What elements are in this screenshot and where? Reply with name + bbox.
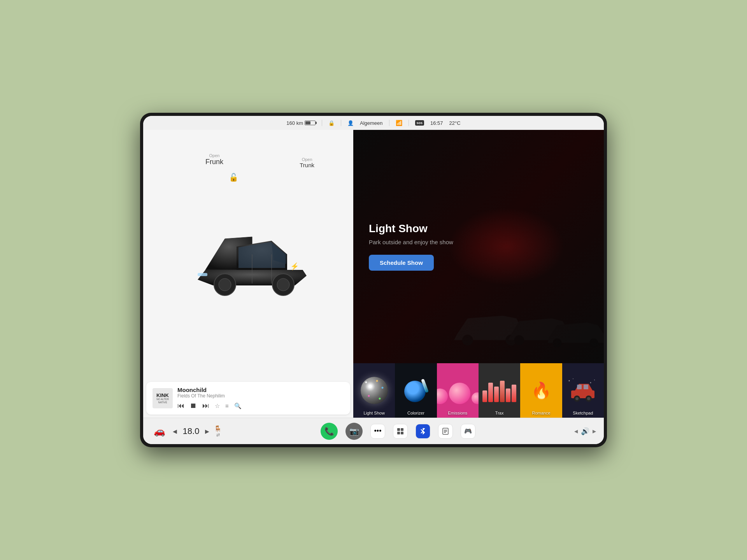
equalizer-button[interactable]: ≡ (225, 402, 229, 409)
search-button[interactable]: 🔍 (234, 402, 242, 410)
battery-indicator: 160 km (286, 120, 316, 126)
romance-visual: 🔥 (528, 377, 555, 404)
notes-button[interactable] (438, 424, 453, 439)
phone-button[interactable]: 📞 (321, 423, 338, 440)
time-display: 16:57 (430, 120, 443, 126)
battery-fill (305, 121, 310, 124)
prev-button[interactable]: ⏮ (177, 402, 184, 410)
next-button[interactable]: ⏭ (202, 402, 209, 410)
temperature-display: 22°C (449, 120, 461, 126)
charge-icon: ⚡ (290, 262, 299, 271)
trax-bg (479, 363, 520, 418)
profile-name: Algemeen (360, 120, 383, 126)
temp-decrease-button[interactable]: ◀ (173, 428, 177, 434)
trunk-label-group: Open Trunk (300, 157, 314, 168)
trax-bar-4 (500, 381, 505, 402)
colorizer-visual (402, 377, 430, 404)
app-tile-trax[interactable]: Trax (479, 363, 520, 418)
stop-button[interactable]: ⏹ (190, 402, 197, 410)
radio-station-logo: KINK NO ALTERNATIVE (153, 388, 173, 408)
volume-icon: 🔊 (581, 427, 589, 436)
svg-rect-24 (397, 428, 400, 431)
apps-button[interactable] (393, 424, 408, 439)
seat-icon: 🪑 (214, 425, 222, 432)
music-controls: ⏮ ⏹ ⏭ ☆ ≡ 🔍 (177, 402, 344, 410)
svg-point-11 (553, 338, 561, 347)
trunk-label-text: Trunk (300, 162, 314, 168)
more-button[interactable]: ••• (370, 424, 385, 439)
emissions-visual (437, 377, 479, 404)
favorite-button[interactable]: ☆ (215, 402, 220, 410)
bg-cars-svg (449, 286, 604, 363)
main-content: Open Frunk 🔓 Open Trunk (143, 130, 604, 418)
taskbar-left: 🚗 ◀ 18.0 ▶ 🪑 ⇄ (151, 423, 222, 440)
frunk-open-text: Open (205, 153, 223, 158)
app-tile-sketchpad[interactable]: Sketchpad (562, 363, 604, 418)
svg-point-19 (587, 397, 590, 400)
app-tile-emissions[interactable]: Emissions (437, 363, 479, 418)
song-artist: Fields Of The Nephilim (177, 393, 344, 399)
status-sep-1 (322, 120, 322, 126)
disco-ball-icon (361, 377, 388, 404)
camera-button[interactable]: 📷 (345, 423, 363, 440)
svg-rect-25 (401, 428, 403, 431)
svg-rect-14 (577, 385, 582, 389)
frunk-label-group: Open Frunk (205, 153, 223, 166)
svg-point-18 (575, 397, 579, 400)
svg-point-3 (277, 278, 289, 291)
trax-bar-6 (512, 385, 516, 402)
svg-point-9 (514, 335, 524, 345)
toybox-button[interactable]: 🎮 (461, 424, 475, 439)
seat-sub: ⇄ (214, 432, 222, 438)
em-ball-3 (472, 392, 479, 404)
sketchpad-label: Sketchpad (562, 411, 604, 415)
app-tile-romance[interactable]: 🔥 Romance (520, 363, 562, 418)
sketchpad-visual (567, 377, 598, 404)
vol-next-button[interactable]: ▶ (593, 429, 596, 434)
car-view-button[interactable]: 🚗 (151, 423, 168, 440)
temp-value: 18.0 (179, 426, 203, 436)
temperature-control: ◀ 18.0 ▶ (173, 426, 209, 436)
volume-controls: ◀ 🔊 ▶ (574, 427, 596, 436)
romance-label: Romance (520, 411, 562, 415)
app-tile-lightshow[interactable]: Light Show (353, 363, 395, 418)
frunk-lock-icon[interactable]: 🔓 (229, 173, 238, 182)
svg-point-22 (573, 378, 573, 379)
svg-point-21 (594, 380, 595, 380)
red-glow (448, 208, 565, 285)
svg-rect-27 (401, 432, 403, 434)
music-player: KINK NO ALTERNATIVE Moonchild Fields Of … (146, 382, 350, 415)
song-info: Moonchild Fields Of The Nephilim ⏮ ⏹ ⏭ ☆… (177, 387, 344, 410)
app-tile-colorizer[interactable]: Colorizer (395, 363, 437, 418)
sketchpad-bg (562, 363, 604, 418)
profile-icon: 👤 (347, 120, 354, 126)
screen-inner: 160 km 🔒 👤 Algemeen 📶 sos 16:57 22°C (143, 116, 604, 444)
status-sep-2 (341, 120, 341, 126)
bg-cars (353, 130, 604, 363)
bluetooth-icon (420, 428, 426, 435)
battery-bar (305, 121, 316, 125)
vol-prev-button[interactable]: ◀ (574, 429, 578, 434)
taskbar-center: 📞 📷 ••• (222, 423, 574, 440)
screen-wrapper: 160 km 🔒 👤 Algemeen 📶 sos 16:57 22°C (140, 113, 607, 447)
trunk-open-text: Open (300, 157, 314, 162)
svg-rect-26 (397, 432, 400, 434)
status-sep-3 (389, 120, 389, 126)
colorizer-bg (395, 363, 437, 418)
lock-icon: 🔒 (328, 120, 335, 126)
trax-bar-1 (482, 390, 487, 402)
romance-bg: 🔥 (520, 363, 562, 418)
lightshow-bg (353, 363, 395, 418)
svg-point-23 (590, 382, 591, 383)
trax-bar-3 (494, 387, 499, 402)
station-sub: NO ALTERNATIVE (156, 398, 169, 404)
colorizer-label: Colorizer (395, 411, 437, 415)
bluetooth-button[interactable] (416, 424, 430, 439)
svg-point-7 (462, 334, 473, 345)
trax-label: Trax (479, 411, 520, 415)
car-svg (174, 215, 322, 309)
wifi-icon: 📶 (396, 120, 402, 126)
lightshow-label: Light Show (353, 411, 395, 415)
temp-increase-button[interactable]: ▶ (205, 428, 209, 434)
disco-sparkle (361, 377, 388, 404)
